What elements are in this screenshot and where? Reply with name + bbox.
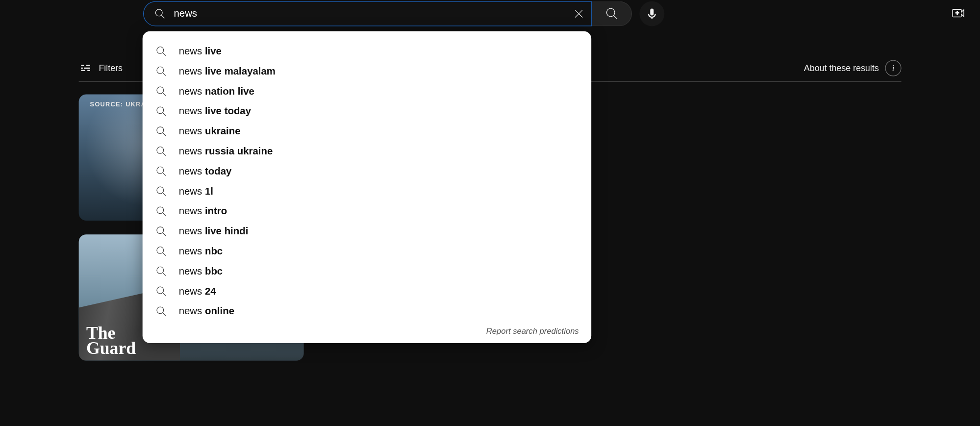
search-icon <box>154 7 167 20</box>
search-suggestion[interactable]: news live malayalam <box>143 61 591 81</box>
search-icon <box>155 85 168 98</box>
search-icon <box>155 285 168 298</box>
search-input[interactable] <box>174 8 566 20</box>
clear-search-button[interactable] <box>566 1 591 26</box>
search-icon <box>155 105 168 118</box>
top-bar <box>0 0 980 27</box>
search-suggestion[interactable]: news online <box>143 301 591 322</box>
filters-label: Filters <box>99 63 123 73</box>
search-suggestion[interactable]: news intro <box>143 201 591 222</box>
about-results[interactable]: About these results i <box>804 60 902 76</box>
report-predictions-link[interactable]: Report search predictions <box>143 321 591 338</box>
search-box[interactable] <box>143 1 592 26</box>
search-icon <box>155 265 168 278</box>
search-icon <box>604 6 619 22</box>
search-icon <box>155 165 168 178</box>
search-icon <box>155 245 168 258</box>
search-suggestion[interactable]: news live <box>143 41 591 61</box>
channel-logo-text: The Guard <box>86 326 136 356</box>
search-suggestion[interactable]: news ukraine <box>143 121 591 141</box>
search-icon <box>155 305 168 318</box>
info-icon: i <box>885 60 901 76</box>
create-video-icon <box>951 5 966 21</box>
voice-search-button[interactable] <box>639 1 664 26</box>
search-suggestion[interactable]: news 1l <box>143 181 591 201</box>
search-suggestion[interactable]: news nation live <box>143 81 591 101</box>
search-suggestion[interactable]: news russia ukraine <box>143 141 591 161</box>
search-suggestion[interactable]: news live hindi <box>143 221 591 241</box>
search-suggestions-dropdown: news livenews live malayalamnews nation … <box>143 31 591 343</box>
search-icon <box>155 125 168 138</box>
about-results-label: About these results <box>804 63 879 73</box>
search-suggestion[interactable]: news live today <box>143 101 591 122</box>
search-icon <box>155 145 168 158</box>
microphone-icon <box>645 7 659 21</box>
search-suggestion[interactable]: news nbc <box>143 241 591 261</box>
search-suggestion[interactable]: news bbc <box>143 261 591 281</box>
filters-icon <box>79 61 93 75</box>
search-suggestion[interactable]: news today <box>143 161 591 181</box>
search-button[interactable] <box>592 1 632 26</box>
search-icon <box>155 65 168 78</box>
search-icon <box>155 185 168 198</box>
search-suggestion[interactable]: news 24 <box>143 281 591 301</box>
search-wrap <box>143 1 664 26</box>
filters-button[interactable]: Filters <box>79 61 123 75</box>
search-icon <box>155 225 168 238</box>
create-button[interactable] <box>950 5 966 21</box>
search-icon <box>155 45 168 58</box>
thumbnail-overlay-text: SOURCE: UKRAI <box>90 100 149 107</box>
search-icon <box>155 205 168 218</box>
close-icon <box>572 7 586 21</box>
